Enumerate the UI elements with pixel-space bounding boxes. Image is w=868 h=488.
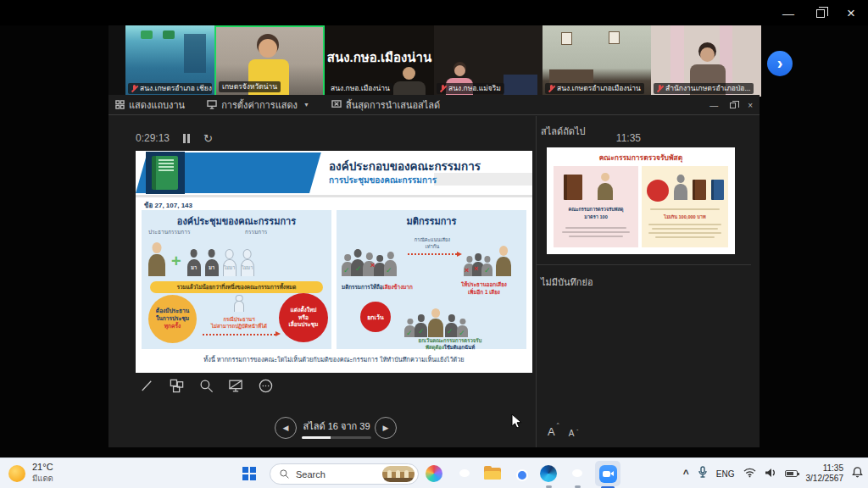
check-icon: ✓ (386, 266, 392, 274)
new-appointment-badge: แต่งตั้งใหม่ หรือ เลื่อนประชุม (279, 293, 328, 342)
decrease-font-button[interactable]: Aˬ (569, 429, 575, 438)
title-bar: — × (0, 0, 868, 25)
attend-label: ไม่มา (224, 264, 235, 271)
presenter-restore-button[interactable] (730, 103, 736, 108)
video-content (163, 30, 175, 39)
next-slide-thumbnail[interactable]: คณะกรรมการตรวจรับพัสดุ คณะกรรมการตรวจรับ… (547, 147, 735, 254)
show-hidden-icons-button[interactable]: ^ (683, 468, 689, 480)
presenter-window-controls: — × (709, 95, 753, 115)
dotted-arrow (408, 253, 457, 255)
tray-time: 11:35 (806, 463, 844, 474)
search-box[interactable]: Search (270, 463, 419, 485)
increase-font-button[interactable]: A^ (548, 425, 555, 438)
show-taskbar-button[interactable]: แสดงแถบงาน (115, 97, 185, 113)
search-highlight-image (382, 466, 415, 482)
see-all-slides-button[interactable] (167, 376, 186, 395)
slide-subtitle: การประชุมของคณะกรรมการ (329, 174, 437, 186)
video-content (561, 32, 572, 45)
minimize-button[interactable]: — (776, 5, 800, 22)
slide-progress-fill (302, 436, 331, 439)
red-badge-graphic (647, 180, 669, 202)
chairman-figure (496, 246, 511, 276)
check-icon: ✓ (418, 327, 425, 336)
quorum-title: องค์ประชุมของคณะกรรมการ (142, 214, 331, 229)
microphone-in-use-icon[interactable] (698, 466, 708, 482)
next-slide-label: สไลด์ถัดไป (541, 124, 585, 139)
case-text: กรณีประธานฯ (203, 317, 275, 324)
participant-name: เกษตรจังหวัดน่าน (222, 82, 277, 92)
end-slideshow-button[interactable]: สิ้นสุดการนำเสนอสไลด์ (331, 97, 440, 113)
participant-overlay-name: สนง.กษอ.เมืองน่าน (325, 47, 434, 68)
chairman-figure (428, 308, 443, 337)
participant-name-badge: สำนักงานเกษตรอำเภอป่อ... (654, 83, 754, 94)
battery-icon[interactable] (785, 470, 798, 477)
pause-timer-button[interactable] (183, 134, 190, 143)
slide-counter: สไลด์ 16 จาก 39 (303, 421, 370, 431)
member-figure-col: มา (187, 249, 201, 276)
zoom-slide-button[interactable] (197, 376, 215, 395)
video-tile-chiangklang[interactable]: สนง.เกษตรอำเภอ เชียงกลาง (125, 25, 214, 97)
quorum-figures: + มา มา ไม่มา ไม่มา (148, 236, 254, 276)
chairman-required-badge: ต้องมีประธาน ในการประชุม ทุกครั้ง (148, 295, 197, 343)
clock-widget[interactable]: 11:35 3/12/2567 (806, 463, 844, 484)
black-screen-button[interactable] (226, 376, 245, 395)
majority-text-part: เสียงข้างมาก (383, 284, 413, 290)
zoom-camera-icon (599, 465, 617, 483)
small-print (569, 236, 623, 237)
member-figure-col: ไม่มา (223, 249, 236, 276)
participant-name: สนง.กษอ.แม่จริม (448, 84, 501, 93)
magnifier-icon (198, 378, 214, 394)
chairman-extra-vote-text: ให้ประธานออกเสียง เพิ่มอีก 1 เสียง (445, 281, 523, 296)
restore-button[interactable] (809, 5, 832, 22)
check-icon: ✓ (459, 329, 465, 337)
participant-name: สนง.เกษตรอำเภอ เชียงกลาง (140, 84, 212, 93)
presenter-minimize-button[interactable]: — (709, 101, 718, 110)
attend-label: มา (191, 264, 197, 271)
attend-label: มา (209, 264, 214, 271)
previous-slide-button[interactable]: ◀ (275, 417, 297, 439)
video-tile-muang-nan[interactable]: สนง.กษอ.เมืองน่าน สนง.กษอ.เมืองน่าน (325, 25, 434, 97)
next-participants-button[interactable]: › (767, 51, 793, 76)
tie-case-text: กรณีคะแนนเสียง เท่ากัน (408, 237, 457, 255)
close-button[interactable]: × (839, 5, 863, 22)
folder-icon (484, 471, 501, 480)
notification-bell-icon[interactable] (852, 466, 863, 481)
end-slideshow-icon (331, 100, 342, 109)
video-tile-muang-nan-office[interactable]: สนง.เกษตรอำเภอเมืองน่าน (542, 25, 651, 97)
video-tile-active-speaker[interactable]: เกษตรจังหวัดน่าน (214, 25, 325, 97)
language-indicator[interactable]: ENG (716, 469, 735, 479)
windows-logo-icon (242, 467, 248, 473)
elapsed-time: 0:29:13 (136, 132, 170, 144)
majority-rule-text: มติกรรมการให้ถือเสียงข้างมาก (342, 283, 413, 291)
edge-icon[interactable] (540, 465, 557, 482)
pen-tool-button[interactable] (137, 376, 156, 395)
plus-sign: + (171, 252, 181, 269)
start-button[interactable] (242, 467, 256, 480)
more-options-button[interactable] (256, 376, 275, 395)
copilot-icon[interactable] (426, 465, 442, 482)
current-slide[interactable]: องค์ประกอบของคณะกรรมการ การประชุมของคณะก… (136, 151, 532, 373)
voters-cluster: ✓ ✓ × ✓ (342, 232, 403, 276)
notes-divider (536, 264, 751, 265)
video-tile-maecharim[interactable]: สนง.กษอ.แม่จริม (434, 25, 542, 97)
display-settings-button[interactable]: การตั้งค่าการแสดง ▼ (207, 97, 309, 113)
restart-timer-button[interactable]: ↻ (203, 132, 213, 145)
presenter-close-button[interactable]: × (748, 101, 753, 110)
vote-illustration: ✓ ✓ × ✓ กรณีคะแนนเสียง เท่ากัน (337, 227, 526, 280)
line-running-indicator (575, 485, 581, 488)
file-explorer-icon[interactable] (484, 465, 501, 482)
display-settings-label: การตั้งค่าการแสดง (221, 97, 298, 113)
next-slide-title: คณะกรรมการตรวจรับพัสดุ (547, 152, 735, 164)
thumbnail-right-panel: ไม่เกิน 100,000 บาท (642, 166, 728, 247)
video-tile-bo-office[interactable]: สำนักงานเกษตรอำเภอป่อ... (651, 25, 761, 97)
slide-progress-bar (302, 436, 371, 439)
powerpoint-presenter-view: แสดงแถบงาน การตั้งค่าการแสดง ▼ สิ้นสุดกา… (108, 95, 760, 447)
book-graphic (711, 180, 724, 200)
zoom-app-icon-active[interactable] (595, 461, 620, 486)
search-icon (279, 469, 290, 480)
speaker-icon[interactable] (765, 466, 776, 481)
weather-widget[interactable]: 21°C มีแดด (8, 462, 53, 485)
wifi-icon[interactable] (743, 466, 756, 481)
ellipsis-icon (258, 378, 274, 394)
next-slide-button[interactable]: ▶ (375, 417, 397, 439)
